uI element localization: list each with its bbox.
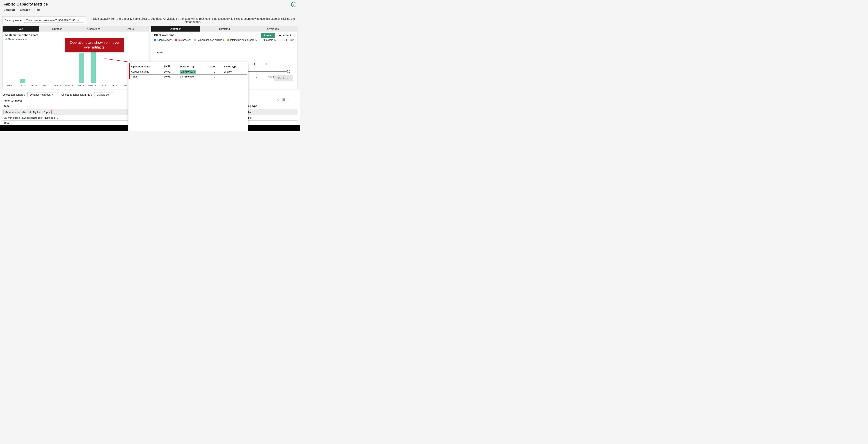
tt-col-users[interactable]: Users [207, 63, 222, 69]
instruction-text: Pick a capacity from the Capacity name s… [89, 17, 298, 24]
y-axis-100: 100% [157, 51, 163, 54]
tab-cu[interactable]: CU [3, 26, 39, 32]
tt-op-name: Copilot in Fabric [130, 69, 162, 74]
legend-background[interactable]: Background % [154, 39, 173, 41]
tt-op-billing: Billable [222, 69, 247, 74]
tt-total-label: Total [130, 74, 162, 79]
operation-tooltip: Operation name CU (s)▼ Duration (s) User… [128, 62, 248, 131]
item-kind-label: Select item kind(s): [2, 93, 25, 96]
help-icon[interactable]: ? [273, 98, 275, 101]
capacity-slicer: Capacity name: Trial-ruxu-microsoft-com-… [2, 17, 86, 24]
line-icon [278, 40, 281, 40]
tt-op-cu: 10,937 [162, 69, 178, 74]
sort-desc-icon: ▼ [164, 68, 177, 69]
tab-overages[interactable]: Overages [249, 26, 297, 32]
dot-icon [194, 39, 196, 41]
more-icon[interactable]: ⋯ [293, 98, 296, 101]
legend-autoscale[interactable]: Autoscale % [259, 39, 276, 41]
info-icon[interactable]: i [291, 2, 296, 7]
capacity-dropdown[interactable]: Trial-ruxu-microsoft-com-05-30-2023-01-3… [24, 18, 84, 23]
legend-cu-limit[interactable]: CU % Limit [278, 39, 293, 41]
tab-utilization[interactable]: Utilization [151, 26, 200, 32]
item-billing: Billable [242, 115, 298, 121]
tt-op-users: 2 [207, 69, 222, 74]
tab-compute[interactable]: Compute [4, 8, 16, 13]
legend-synapsenotebook[interactable]: SynapseNotebook [5, 38, 28, 41]
tab-throttling[interactable]: Throttling [200, 26, 249, 32]
tab-help[interactable]: Help [34, 8, 40, 13]
page-title: Fabric Capacity Metrics [4, 2, 48, 6]
col-billing[interactable]: Billing type [242, 103, 298, 109]
tt-op-duration: 14,769.5930 [178, 69, 207, 74]
left-panel: CU Duration Operations Users Multi metri… [2, 26, 149, 89]
tt-col-duration[interactable]: Duration (s) [178, 63, 207, 69]
slider-handle-icon[interactable] [287, 70, 290, 73]
dot-icon [227, 39, 229, 41]
main-tabs: Compute Storage Help [0, 7, 300, 15]
tab-operations[interactable]: Operations [75, 26, 112, 32]
tt-col-operation[interactable]: Operation name [130, 63, 162, 69]
capacity-label: Capacity name: [4, 19, 22, 22]
chevron-down-icon: ▼ [52, 94, 54, 96]
tt-total-cu: 10,937 [162, 74, 178, 79]
explore-button[interactable]: Explore [274, 75, 292, 82]
capacity-value: Trial-ruxu-microsoft-com-05-30-2023-01-3… [26, 19, 78, 22]
optional-col-dropdown[interactable]: Multiple se [94, 92, 114, 97]
col-item[interactable]: Item [2, 103, 138, 109]
filter-icon[interactable]: ☰ [282, 98, 285, 101]
logarithmic-button[interactable]: Logarithmic [275, 33, 295, 38]
legend-bg-nonbillable[interactable]: Background non-billable % [194, 39, 225, 41]
item-kind-dropdown[interactable]: SynapseNotebook ▼ [27, 92, 59, 97]
focus-icon[interactable]: ⛶ [288, 98, 290, 101]
ribbon-chart-title: Multi metric ribbon chart [5, 33, 146, 37]
dot-icon [175, 39, 177, 41]
tt-col-cu[interactable]: CU (s)▼ [162, 63, 178, 69]
legend-int-nonbillable[interactable]: Interactive non-billable % [227, 39, 257, 41]
chevron-down-icon: ▼ [78, 19, 80, 21]
item-path: My workspace \ SynapseNotebook \ Noteboo… [2, 115, 138, 121]
annotation-callout-1: Operations are shown on hover over artif… [65, 38, 124, 52]
limit-line [165, 53, 293, 53]
legend-label: SynapseNotebook [8, 38, 28, 41]
item-billing: Billable [242, 109, 298, 116]
tab-duration[interactable]: Duration [39, 26, 75, 32]
optional-col-label: Select optional column(s): [61, 93, 92, 96]
dot-icon [154, 39, 156, 41]
copy-icon[interactable]: ⧉ [277, 98, 280, 101]
tt-col-billing[interactable]: Billing type [222, 63, 247, 69]
tab-storage[interactable]: Storage [20, 8, 30, 13]
linear-button[interactable]: Linear [261, 33, 275, 38]
tab-users[interactable]: Users [112, 26, 149, 32]
swatch-icon [5, 38, 7, 40]
tooltip-table: Operation name CU (s)▼ Duration (s) User… [130, 63, 247, 79]
tt-total-duration: 14,769.5930 [178, 74, 207, 79]
ribbon-xaxis: Wed 15 Thu 16 Fri 17 Sat 18 Sun 19 Mon 2… [5, 84, 144, 87]
tt-total-users: 2 [207, 74, 222, 79]
item-path: My workspace \ Report \ My First Report [2, 109, 138, 116]
legend-interactive[interactable]: Interactive % [175, 39, 191, 41]
line-icon [259, 40, 262, 40]
